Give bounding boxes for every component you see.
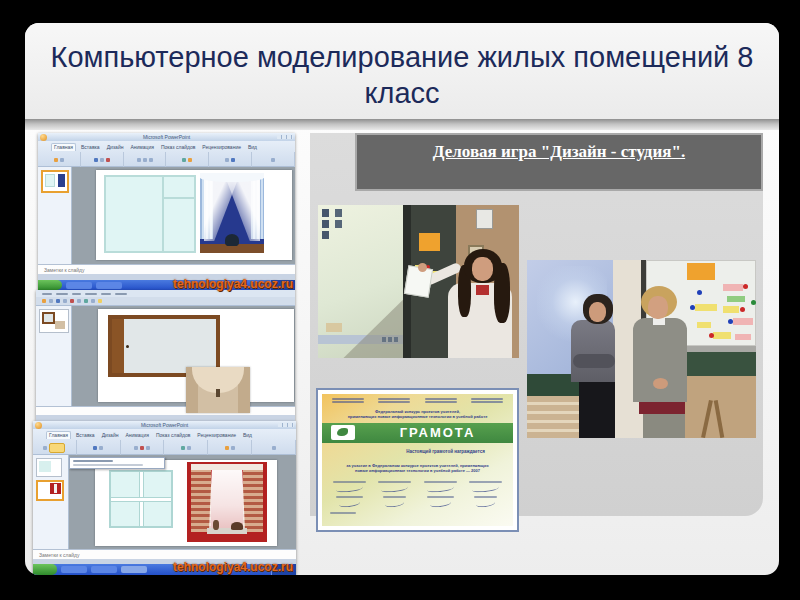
org-block (332, 398, 364, 404)
ribbon-tab: Показ слайдов (159, 144, 197, 151)
teacher-a-crossed-arms (573, 354, 615, 368)
sticky-note (735, 334, 751, 340)
photo-two-teachers (527, 260, 756, 438)
edited-slide (96, 170, 292, 260)
screen-ui-button (326, 323, 342, 332)
magnet-dot (690, 305, 695, 310)
sticky-note (723, 284, 743, 291)
curtain-rod (191, 464, 263, 470)
ribbon-tab: Вид (246, 144, 259, 151)
teacher-a-jacket (571, 320, 615, 382)
ribbon-group (81, 152, 124, 167)
red-plaid-curtain-photo (187, 462, 267, 542)
new-slide-button (49, 443, 65, 453)
ribbon: ГлавнаяВставкаДизайнАнимацияПоказ слайдо… (33, 429, 296, 455)
window-frame-drawing (109, 470, 173, 528)
magnet-dot (740, 307, 745, 312)
window-buttons-icon (278, 423, 294, 427)
ribbon-group (77, 440, 121, 455)
photo-student-presenting (318, 205, 519, 358)
slide-thumbnails-panel (33, 455, 69, 549)
magnet-dot (751, 300, 756, 305)
titlebar: Microsoft PowerPoint (33, 421, 296, 429)
window-title: Microsoft PowerPoint (33, 421, 296, 429)
certificate-banner: ГРАМОТА (322, 423, 513, 443)
window-body (38, 167, 295, 264)
screenshot-ppt-red-curtains: Microsoft PowerPoint ГлавнаяВставкаДизай… (33, 421, 296, 575)
org-block (425, 398, 457, 404)
ribbon-groups (38, 152, 295, 167)
tassel (216, 389, 220, 397)
contest-line: применяющих новые информационные техноло… (322, 414, 513, 419)
plant (225, 234, 239, 246)
teacher-b-suit (633, 318, 687, 402)
certificate-body: Федеральный конкурс проектов учителей, п… (322, 394, 513, 526)
ribbon-tab: Главная (46, 431, 71, 439)
wall-speaker (476, 209, 493, 229)
thumb-window (39, 461, 51, 472)
sticky-note-orange (419, 233, 440, 251)
ribbon-group (252, 152, 295, 167)
window-knob (126, 345, 129, 348)
toolbar (36, 297, 295, 306)
window-body (33, 455, 296, 549)
ribbon-tab: Дизайн (105, 144, 126, 151)
girl-red-top (476, 285, 489, 295)
blue-curtain-photo (200, 173, 264, 253)
signature-row (322, 481, 513, 492)
magnet-dot (743, 284, 748, 289)
ribbon-tab: Вид (241, 432, 254, 439)
ribbon-group (124, 152, 167, 167)
slide-thumbnails-panel (36, 306, 72, 406)
tan-curtain-photo (186, 367, 250, 413)
dove-icon (337, 428, 348, 436)
ribbon-group (33, 440, 77, 455)
ribbon-tab: Рецензирование (200, 144, 243, 151)
thumb-photo (55, 321, 65, 329)
signature (421, 496, 460, 507)
signature (330, 481, 369, 492)
ribbon-group (38, 152, 81, 167)
signature (467, 481, 506, 492)
certificate-heading: ГРАМОТА (362, 425, 513, 440)
task-button (66, 282, 92, 289)
sticky-note-orange (687, 263, 715, 280)
office-button-icon (35, 422, 42, 429)
plaid-left (191, 466, 211, 532)
sticky-note (723, 306, 739, 313)
ribbon-tab: Главная (51, 143, 76, 151)
certificate-number (330, 512, 356, 514)
screenshot-ppt-brown-window (36, 290, 295, 421)
notes-bar: Заметки к слайду (38, 264, 295, 274)
task-button (91, 566, 117, 574)
sticky-note (713, 332, 731, 339)
teacher-a-face (589, 302, 606, 322)
window-buttons-icon (277, 135, 293, 139)
layout-tooltip-popup (69, 457, 165, 469)
magnet-dot (697, 290, 702, 295)
slide-thumbnails-panel (38, 167, 72, 264)
teacher-b-collar (653, 318, 665, 325)
certificate-photo: Федеральный конкурс проектов учителей, п… (316, 388, 519, 532)
signature (421, 481, 460, 492)
ribbon-group (166, 152, 209, 167)
title-banner-shadow (25, 119, 779, 130)
edited-slide (95, 460, 277, 546)
signature (376, 481, 415, 492)
certificate-header-orgs (322, 394, 513, 404)
signature (330, 496, 369, 507)
ribbon-group (208, 440, 252, 455)
slide-thumbnail (41, 170, 69, 193)
sticky-note (695, 304, 717, 311)
signature-row (322, 496, 513, 507)
thumb-photo (50, 483, 61, 494)
ribbon-tab: Вставка (79, 144, 102, 151)
ribbon-tab: Анимация (128, 144, 155, 151)
ribbon-group (164, 440, 208, 455)
watermark-url: tehnologiya4.ucoz.ru (153, 277, 293, 291)
ribbon: ГлавнаяВставкаДизайнАнимацияПоказ слайдо… (38, 141, 295, 167)
magnet-dot (709, 333, 714, 338)
ribbon-tabs: ГлавнаяВставкаДизайнАнимацияПоказ слайдо… (33, 429, 296, 439)
slide-canvas (72, 306, 295, 406)
ribbon-group (209, 152, 252, 167)
